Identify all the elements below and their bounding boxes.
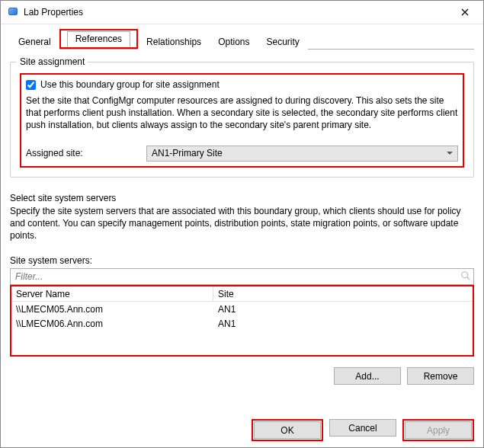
window-title: Lab Properties <box>24 7 447 18</box>
servers-list[interactable]: Server Name Site \\LMECM05.Ann.com AN1 \… <box>11 286 473 355</box>
tab-security[interactable]: Security <box>258 34 307 50</box>
cell-server: \\LMECM05.Ann.com <box>11 304 213 315</box>
tab-general[interactable]: General <box>10 34 59 50</box>
servers-description: Specify the site system servers that are… <box>10 205 474 242</box>
assigned-site-select[interactable]: AN1-Primary Site <box>146 146 458 162</box>
filter-input[interactable] <box>14 270 457 283</box>
column-server-name[interactable]: Server Name <box>11 286 213 301</box>
svg-point-0 <box>462 272 468 278</box>
dialog-window: Lab Properties General References Relati… <box>0 0 484 448</box>
table-row[interactable]: \\LMECM06.Ann.com AN1 <box>11 316 473 331</box>
tab-relationships[interactable]: Relationships <box>138 34 210 50</box>
server-buttons: Add... Remove <box>10 367 474 385</box>
search-icon <box>460 270 471 281</box>
servers-list-label: Site system servers: <box>10 255 474 266</box>
tab-references-highlight: References <box>59 29 138 49</box>
tab-references[interactable]: References <box>67 31 130 47</box>
use-boundary-label: Use this boundary group for site assignm… <box>40 79 220 90</box>
chevron-down-icon <box>447 152 453 155</box>
tabstrip: General References Relationships Options… <box>10 32 474 50</box>
app-icon <box>7 6 19 18</box>
cell-server: \\LMECM06.Ann.com <box>11 318 213 329</box>
list-header: Server Name Site <box>11 286 473 302</box>
servers-header: Select site system servers <box>10 193 474 203</box>
cancel-button[interactable]: Cancel <box>329 419 396 437</box>
use-boundary-checkbox[interactable] <box>26 80 36 90</box>
svg-line-1 <box>467 277 470 280</box>
apply-highlight: Apply <box>402 419 474 441</box>
cell-site: AN1 <box>213 304 473 315</box>
apply-button[interactable]: Apply <box>405 421 472 439</box>
add-button[interactable]: Add... <box>334 367 401 385</box>
column-site[interactable]: Site <box>213 286 473 301</box>
assigned-site-value: AN1-Primary Site <box>152 148 223 158</box>
assigned-site-label: Assigned site: <box>26 148 140 158</box>
site-assignment-group: Site assignment Use this boundary group … <box>10 62 474 178</box>
filter-wrap <box>10 268 474 285</box>
ok-highlight: OK <box>252 419 323 441</box>
cell-site: AN1 <box>213 318 473 329</box>
table-row[interactable]: \\LMECM05.Ann.com AN1 <box>11 302 473 316</box>
tab-options[interactable]: Options <box>210 34 258 50</box>
dialog-buttons: OK Cancel Apply <box>10 414 474 441</box>
site-assignment-highlight: Use this boundary group for site assignm… <box>20 73 464 168</box>
ok-button[interactable]: OK <box>254 421 321 439</box>
client-area: General References Relationships Options… <box>1 24 483 447</box>
site-assignment-description: Set the site that ConfigMgr computer res… <box>26 94 458 132</box>
site-assignment-label: Site assignment <box>17 56 88 67</box>
close-icon <box>461 8 469 16</box>
titlebar[interactable]: Lab Properties <box>1 1 483 24</box>
close-button[interactable] <box>447 1 482 24</box>
remove-button[interactable]: Remove <box>407 367 474 385</box>
servers-list-highlight: Server Name Site \\LMECM05.Ann.com AN1 \… <box>10 285 474 357</box>
